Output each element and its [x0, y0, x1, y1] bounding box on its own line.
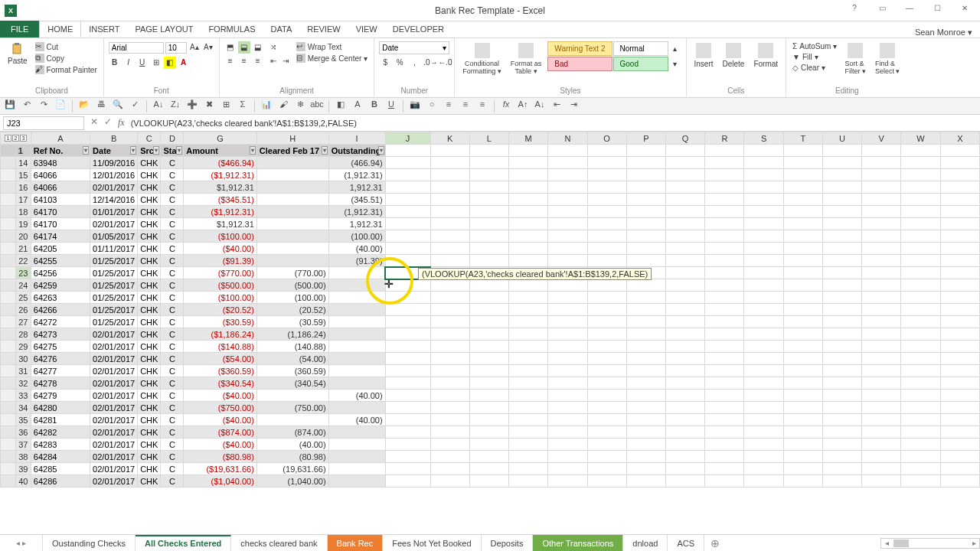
- cell-stat[interactable]: C: [161, 390, 184, 402]
- cell-stat[interactable]: C: [161, 230, 184, 243]
- row-header-33[interactable]: 33: [15, 390, 31, 402]
- cell-outstanding[interactable]: [328, 475, 385, 487]
- font-color-button[interactable]: A: [178, 57, 190, 69]
- col-header-C[interactable]: C: [138, 132, 161, 145]
- cell-outstanding[interactable]: [328, 353, 385, 365]
- col-header-S[interactable]: S: [744, 132, 783, 145]
- cell-stat[interactable]: C: [161, 279, 184, 292]
- cell-date[interactable]: 11/09/2016: [90, 157, 138, 169]
- cell-j[interactable]: [385, 194, 430, 206]
- cell-outstanding[interactable]: (40.00): [328, 414, 385, 426]
- cell-outstanding[interactable]: [328, 279, 385, 292]
- cell-date[interactable]: 02/01/2017: [90, 402, 138, 414]
- row-header-19[interactable]: 19: [15, 218, 31, 230]
- col-header-K[interactable]: K: [430, 132, 469, 145]
- cell-cleared[interactable]: (20.52): [256, 304, 328, 316]
- sheet-tab-bank-rec[interactable]: Bank Rec: [328, 535, 384, 551]
- cell-outstanding[interactable]: 1,912.31: [328, 218, 385, 230]
- cell-src[interactable]: CHK: [138, 475, 161, 487]
- align-middle-icon[interactable]: ⬓: [238, 41, 250, 54]
- fill-button[interactable]: ▼ Fill ▾: [791, 52, 838, 62]
- format-as-table-button[interactable]: Format asTable ▾: [508, 41, 545, 77]
- cell-stat[interactable]: C: [161, 292, 184, 304]
- cell-j[interactable]: [385, 304, 430, 316]
- cell-cleared[interactable]: [256, 206, 328, 218]
- cell-j[interactable]: [385, 475, 430, 487]
- cell-cleared[interactable]: (360.59): [256, 365, 328, 377]
- font-name-select[interactable]: Arial: [109, 42, 164, 54]
- cell-src[interactable]: CHK: [138, 377, 161, 390]
- cell-cleared[interactable]: (1,040.00): [256, 475, 328, 487]
- cell-refno[interactable]: 64283: [31, 439, 90, 451]
- ribbon-tab-developer[interactable]: DEVELOPER: [385, 21, 452, 37]
- print-icon[interactable]: 🖶: [94, 99, 108, 113]
- bold-icon[interactable]: B: [368, 99, 381, 113]
- cell-refno[interactable]: 64255: [31, 255, 90, 267]
- cell-amount[interactable]: ($100.00): [184, 230, 256, 243]
- cell-src[interactable]: CHK: [138, 218, 161, 230]
- cell-stat[interactable]: C: [161, 463, 184, 475]
- header-outstanding[interactable]: Outstanding: [328, 145, 385, 157]
- file-tab[interactable]: FILE: [0, 21, 39, 37]
- cell-amount[interactable]: ($80.98): [184, 451, 256, 463]
- delete-row-icon[interactable]: ✖: [202, 99, 216, 113]
- cell-stat[interactable]: C: [161, 181, 184, 194]
- cell-src[interactable]: CHK: [138, 292, 161, 304]
- cell-src[interactable]: CHK: [138, 353, 161, 365]
- spelling-icon[interactable]: ✓: [128, 99, 142, 113]
- cell-refno[interactable]: 64066: [31, 169, 90, 181]
- row-header-26[interactable]: 26: [15, 304, 31, 316]
- cell-stat[interactable]: C: [161, 267, 184, 279]
- insert-button[interactable]: Insert: [691, 41, 717, 70]
- row-header-36[interactable]: 36: [15, 426, 31, 439]
- cell-outstanding[interactable]: [328, 439, 385, 451]
- cell-refno[interactable]: 64066: [31, 181, 90, 194]
- cell-j[interactable]: [385, 292, 430, 304]
- increase-decimal-icon[interactable]: .0→: [423, 57, 435, 69]
- cell-refno[interactable]: 64272: [31, 316, 90, 328]
- cell-amount[interactable]: ($1,186.24): [184, 328, 256, 341]
- decrease-font-icon[interactable]: A▾: [202, 41, 214, 54]
- cell-amount[interactable]: ($1,912.31): [184, 206, 256, 218]
- cell-refno[interactable]: 64275: [31, 341, 90, 353]
- cell-date[interactable]: 01/25/2017: [90, 304, 138, 316]
- border-button[interactable]: ⊞: [150, 57, 162, 69]
- cell-amount[interactable]: ($40.00): [184, 390, 256, 402]
- col-header-B[interactable]: B: [90, 132, 138, 145]
- cell-cleared[interactable]: (100.00): [256, 292, 328, 304]
- cell-cleared[interactable]: (40.00): [256, 439, 328, 451]
- row-header-40[interactable]: 40: [15, 475, 31, 487]
- cell-outstanding[interactable]: [328, 292, 385, 304]
- cell-stat[interactable]: C: [161, 475, 184, 487]
- cell-amount[interactable]: ($770.00): [184, 267, 256, 279]
- insert-row-icon[interactable]: ➕: [185, 99, 199, 113]
- cell-amount[interactable]: ($1,040.00): [184, 475, 256, 487]
- cell-cleared[interactable]: (770.00): [256, 267, 328, 279]
- format-button[interactable]: Format: [750, 41, 781, 70]
- cell-amount[interactable]: ($345.51): [184, 194, 256, 206]
- cell-j[interactable]: [385, 169, 430, 181]
- cell-outstanding[interactable]: [328, 463, 385, 475]
- cell-refno[interactable]: 64205: [31, 243, 90, 255]
- paste-button[interactable]: Paste: [5, 41, 31, 67]
- cell-amount[interactable]: ($750.00): [184, 402, 256, 414]
- row-header-15[interactable]: 15: [15, 169, 31, 181]
- cell-amount[interactable]: ($20.52): [184, 304, 256, 316]
- center-align-icon[interactable]: ≡: [459, 99, 472, 113]
- cell-amount[interactable]: ($19,631.66): [184, 463, 256, 475]
- fontcolor-icon[interactable]: A: [351, 99, 364, 113]
- cell-src[interactable]: CHK: [138, 439, 161, 451]
- row-header-38[interactable]: 38: [15, 451, 31, 463]
- clear-button[interactable]: ◇ Clear ▾: [791, 63, 838, 73]
- cell-date[interactable]: 02/01/2017: [90, 475, 138, 487]
- fx-icon[interactable]: fx: [499, 99, 513, 113]
- cell-refno[interactable]: 64278: [31, 377, 90, 390]
- cell-j[interactable]: [385, 402, 430, 414]
- shape-circle-icon[interactable]: ○: [425, 99, 439, 113]
- cell-j[interactable]: [385, 230, 430, 243]
- cell-stat[interactable]: C: [161, 402, 184, 414]
- cell-date[interactable]: 12/01/2016: [90, 169, 138, 181]
- format-painter-button[interactable]: 🖌Format Painter: [34, 64, 99, 75]
- conditional-formatting-button[interactable]: ConditionalFormatting ▾: [459, 41, 505, 77]
- cell-stat[interactable]: C: [161, 243, 184, 255]
